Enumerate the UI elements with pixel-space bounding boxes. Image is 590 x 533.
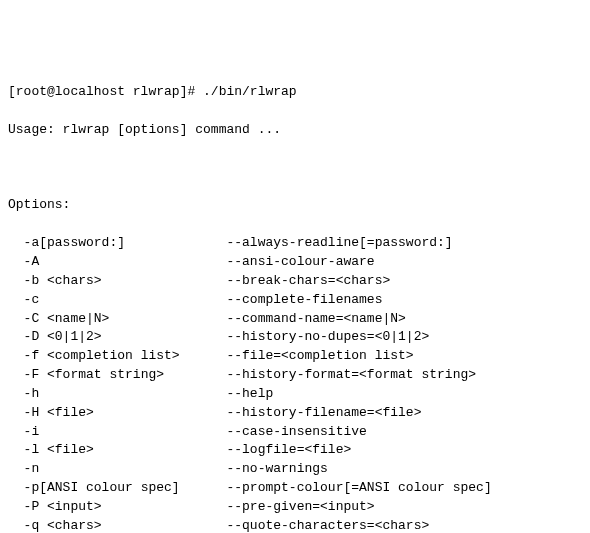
option-short: -P <input> <box>24 498 227 517</box>
option-row: -f <completion list>--file=<completion l… <box>8 347 582 366</box>
option-short: -c <box>24 291 227 310</box>
option-long: --logfile=<file> <box>226 442 351 457</box>
option-short: -H <file> <box>24 404 227 423</box>
option-short: -F <format string> <box>24 366 227 385</box>
typed-command: ./bin/rlwrap <box>203 84 297 99</box>
blank-line <box>8 159 582 178</box>
option-long: --file=<completion list> <box>226 348 413 363</box>
option-long: --history-format=<format string> <box>226 367 476 382</box>
option-short: -l <file> <box>24 441 227 460</box>
option-short: -A <box>24 253 227 272</box>
option-long: --always-readline[=password:] <box>226 235 452 250</box>
option-row: -P <input>--pre-given=<input> <box>8 498 582 517</box>
option-row: -i--case-insensitive <box>8 423 582 442</box>
option-row: -F <format string>--history-format=<form… <box>8 366 582 385</box>
option-short: -q <chars> <box>24 517 227 533</box>
option-row: -n--no-warnings <box>8 460 582 479</box>
option-short: -p[ANSI colour spec] <box>24 479 227 498</box>
option-row: -A--ansi-colour-aware <box>8 253 582 272</box>
options-list: -a[password:]--always-readline[=password… <box>8 234 582 533</box>
option-short: -a[password:] <box>24 234 227 253</box>
option-short: -f <completion list> <box>24 347 227 366</box>
option-long: --quote-characters=<chars> <box>226 518 429 533</box>
option-long: --case-insensitive <box>226 424 366 439</box>
option-long: --prompt-colour[=ANSI colour spec] <box>226 480 491 495</box>
option-row: -D <0|1|2>--history-no-dupes=<0|1|2> <box>8 328 582 347</box>
usage-line: Usage: rlwrap [options] command ... <box>8 121 582 140</box>
command-line: [root@localhost rlwrap]# ./bin/rlwrap <box>8 83 582 102</box>
option-long: --history-no-dupes=<0|1|2> <box>226 329 429 344</box>
option-row: -b <chars>--break-chars=<chars> <box>8 272 582 291</box>
option-row: -a[password:]--always-readline[=password… <box>8 234 582 253</box>
option-row: -h--help <box>8 385 582 404</box>
option-short: -b <chars> <box>24 272 227 291</box>
option-long: --no-warnings <box>226 461 327 476</box>
option-long: --help <box>226 386 273 401</box>
shell-prompt: [root@localhost rlwrap]# <box>8 84 203 99</box>
option-long: --command-name=<name|N> <box>226 311 405 326</box>
option-row: -C <name|N>--command-name=<name|N> <box>8 310 582 329</box>
option-long: --pre-given=<input> <box>226 499 374 514</box>
option-row: -l <file>--logfile=<file> <box>8 441 582 460</box>
option-short: -D <0|1|2> <box>24 328 227 347</box>
option-long: --complete-filenames <box>226 292 382 307</box>
option-long: --ansi-colour-aware <box>226 254 374 269</box>
option-short: -C <name|N> <box>24 310 227 329</box>
option-short: -i <box>24 423 227 442</box>
option-row: -c--complete-filenames <box>8 291 582 310</box>
option-row: -q <chars>--quote-characters=<chars> <box>8 517 582 533</box>
option-row: -H <file>--history-filename=<file> <box>8 404 582 423</box>
option-long: --break-chars=<chars> <box>226 273 390 288</box>
options-header: Options: <box>8 196 582 215</box>
option-short: -h <box>24 385 227 404</box>
option-short: -n <box>24 460 227 479</box>
option-row: -p[ANSI colour spec]--prompt-colour[=ANS… <box>8 479 582 498</box>
option-long: --history-filename=<file> <box>226 405 421 420</box>
